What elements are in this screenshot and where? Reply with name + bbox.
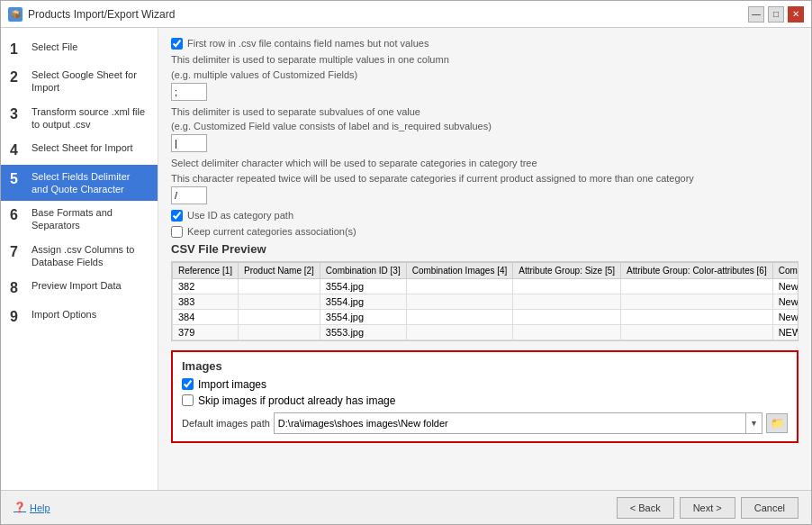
table-header: Combination N (772, 262, 798, 278)
skip-images-row: Skip images if product already has image (182, 394, 788, 407)
table-row: 3833554.jpgNew_Shoes_Nu (173, 294, 799, 309)
help-label: Help (30, 502, 50, 513)
step-number: 7 (10, 243, 24, 260)
images-title: Images (182, 359, 788, 373)
path-dropdown-button[interactable]: ▼ (745, 413, 762, 433)
import-images-label: Import images (198, 378, 266, 391)
help-icon: ❓ (14, 502, 26, 513)
step-label: Select Google Sheet for Import (32, 68, 149, 95)
table-header: Attribute Group: Color-attributes [6] (621, 262, 773, 278)
help-link[interactable]: ❓ Help (14, 502, 50, 513)
keep-categories-label: Keep current categories association(s) (187, 225, 356, 238)
sidebar-step-5[interactable]: 5 Select Fields Delimiter and Quote Char… (1, 165, 158, 202)
sidebar-step-4[interactable]: 4 Select Sheet for Import (1, 136, 158, 164)
step-number: 5 (10, 170, 24, 187)
import-images-checkbox[interactable] (182, 378, 194, 390)
close-button[interactable]: ✕ (788, 6, 804, 23)
sidebar-step-9[interactable]: 9 Import Options (1, 303, 158, 330)
title-controls: — □ ✕ (748, 6, 804, 23)
table-cell (621, 324, 773, 339)
table-cell: 3553.jpg (320, 324, 406, 339)
next-button[interactable]: Next > (680, 497, 735, 519)
delimiter2-input[interactable] (171, 134, 207, 152)
path-label: Default images path (182, 418, 270, 429)
table-cell (239, 294, 320, 309)
table-cell (513, 294, 621, 309)
table-cell (239, 309, 320, 324)
import-images-row: Import images (182, 378, 788, 391)
table-cell: 3554.jpg (320, 309, 406, 324)
table-row: 3793553.jpgNEW_Shoes_si (173, 324, 799, 339)
table-header: Product Name [2] (239, 262, 320, 278)
title-bar-left: 📦 Products Import/Export Wizard (8, 7, 175, 22)
first-row-checkbox[interactable] (171, 38, 183, 50)
step-label: Base Formats and Separators (32, 206, 149, 232)
main-window: 📦 Products Import/Export Wizard — □ ✕ 1 … (0, 0, 812, 525)
title-bar: 📦 Products Import/Export Wizard — □ ✕ (1, 1, 811, 28)
table-cell (406, 278, 513, 294)
footer: ❓ Help < Back Next > Cancel (1, 490, 811, 524)
table-cell (621, 309, 773, 324)
table-cell (513, 324, 621, 339)
hint2-text: This delimiter is used to separate subva… (171, 105, 798, 118)
hint3-text: Select delimiter character which will be… (171, 157, 798, 169)
path-browse-button[interactable]: 📁 (766, 413, 788, 433)
table-row: 3843554.jpgNew_Shoes_Nu (173, 309, 799, 324)
skip-images-checkbox[interactable] (182, 394, 194, 406)
minimize-button[interactable]: — (748, 6, 764, 23)
images-section: Images Import images Skip images if prod… (171, 350, 798, 443)
sidebar-step-6[interactable]: 6 Base Formats and Separators (1, 201, 158, 238)
step-label: Select File (32, 41, 77, 53)
hint3-row: Select delimiter character which will be… (171, 157, 798, 209)
table-cell (513, 309, 621, 324)
maximize-button[interactable]: □ (768, 6, 784, 23)
first-row-checkbox-row: First row in .csv file contains field na… (171, 37, 798, 50)
step-label: Assign .csv Columns to Database Fields (32, 243, 149, 269)
window-icon: 📦 (8, 7, 23, 22)
use-id-checkbox[interactable] (171, 210, 183, 222)
delimiter1-input[interactable] (171, 83, 207, 101)
hint1b-text: (e.g. multiple values of Customized Fiel… (171, 68, 798, 81)
table-cell: 382 (173, 278, 239, 294)
window-title: Products Import/Export Wizard (28, 8, 175, 21)
table-header: Reference [1] (173, 262, 239, 278)
table-row: 3823554.jpgNew_Shoes_Nu (173, 278, 799, 294)
step-number: 4 (10, 141, 24, 158)
back-button[interactable]: < Back (617, 497, 674, 519)
use-id-label: Use ID as category path (187, 209, 293, 222)
table-cell: 384 (173, 309, 239, 324)
path-input-wrapper: ▼ (274, 412, 762, 434)
table-cell: 383 (173, 294, 239, 309)
table-cell: New_Shoes_Nu (772, 294, 798, 309)
keep-categories-checkbox[interactable] (171, 226, 183, 238)
preview-title: CSV File Preview (171, 242, 798, 256)
step-number: 1 (10, 41, 24, 58)
cancel-button[interactable]: Cancel (741, 497, 798, 519)
table-cell (513, 278, 621, 294)
table-header: Combination Images [4] (406, 262, 513, 278)
csv-table: Reference [1]Product Name [2]Combination… (172, 262, 798, 340)
table-cell (406, 294, 513, 309)
sidebar-step-7[interactable]: 7 Assign .csv Columns to Database Fields (1, 238, 158, 275)
table-cell (621, 294, 773, 309)
table-cell (406, 309, 513, 324)
table-header: Combination ID [3] (320, 262, 406, 278)
step-number: 6 (10, 206, 24, 223)
step-number: 3 (10, 105, 24, 122)
table-cell (621, 278, 773, 294)
delimiter3-input[interactable] (171, 186, 207, 204)
table-cell: 3554.jpg (320, 278, 406, 294)
step-label: Transform source .xml file to output .cs… (32, 105, 149, 131)
hint2b-text: (e.g. Customized Field value consists of… (171, 120, 798, 132)
path-row: Default images path ▼ 📁 (182, 412, 788, 434)
sidebar-step-3[interactable]: 3 Transform source .xml file to output .… (1, 100, 158, 137)
path-input[interactable] (275, 413, 745, 433)
sidebar-step-1[interactable]: 1 Select File (1, 35, 158, 63)
hint1-text: This delimiter is used to separate multi… (171, 53, 798, 66)
skip-images-label: Skip images if product already has image (198, 394, 395, 407)
step-label: Select Sheet for Import (32, 141, 133, 154)
sidebar-step-8[interactable]: 8 Preview Import Data (1, 274, 158, 302)
sidebar-step-2[interactable]: 2 Select Google Sheet for Import (1, 63, 158, 100)
table-cell: NEW_Shoes_si (772, 324, 798, 339)
first-row-label: First row in .csv file contains field na… (187, 37, 429, 50)
